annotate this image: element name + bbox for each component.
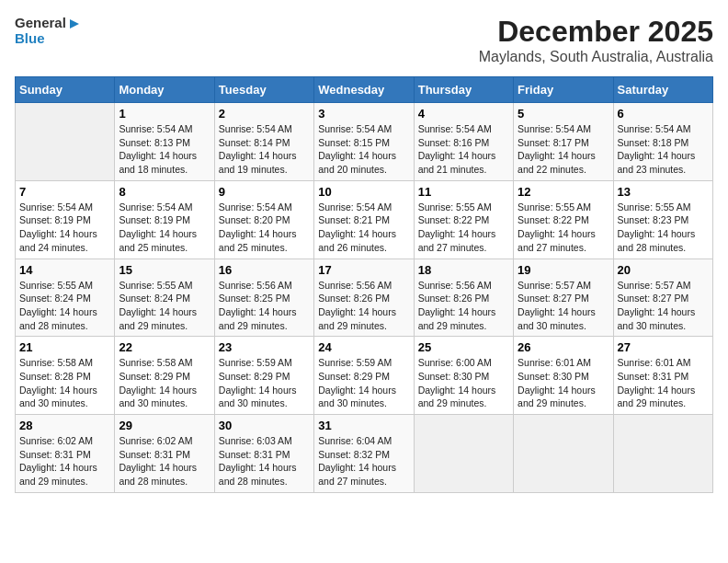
sunrise-text: Sunrise: 5:55 AM: [119, 280, 192, 291]
daylight-text: Daylight: 14 hours and 23 minutes.: [618, 150, 696, 175]
sunrise-text: Sunrise: 5:59 AM: [318, 357, 392, 368]
daylight-text: Daylight: 14 hours and 29 minutes.: [19, 462, 97, 487]
day-info: Sunrise: 5:54 AMSunset: 8:18 PMDaylight:…: [618, 122, 709, 177]
calendar-cell: 14Sunrise: 5:55 AMSunset: 8:24 PMDayligh…: [16, 259, 115, 337]
daylight-text: Daylight: 14 hours and 21 minutes.: [418, 150, 496, 175]
day-info: Sunrise: 5:54 AMSunset: 8:16 PMDaylight:…: [418, 122, 509, 177]
daylight-text: Daylight: 14 hours and 28 minutes.: [119, 462, 197, 487]
day-number: 24: [318, 340, 409, 354]
day-number: 28: [19, 419, 110, 432]
sunrise-text: Sunrise: 6:02 AM: [19, 435, 93, 446]
day-info: Sunrise: 5:54 AMSunset: 8:14 PMDaylight:…: [219, 122, 310, 177]
calendar-cell: 22Sunrise: 5:58 AMSunset: 8:29 PMDayligh…: [115, 337, 214, 415]
sunset-text: Sunset: 8:20 PM: [219, 214, 290, 225]
calendar-cell: 8Sunrise: 5:54 AMSunset: 8:19 PMDaylight…: [115, 180, 214, 259]
daylight-text: Daylight: 14 hours and 25 minutes.: [219, 228, 297, 253]
daylight-text: Daylight: 14 hours and 30 minutes.: [219, 385, 297, 409]
day-number: 14: [19, 263, 110, 277]
calendar-cell: 13Sunrise: 5:55 AMSunset: 8:23 PMDayligh…: [613, 180, 712, 259]
day-number: 11: [418, 185, 509, 199]
calendar-cell: 19Sunrise: 5:57 AMSunset: 8:27 PMDayligh…: [514, 259, 613, 337]
day-info: Sunrise: 5:55 AMSunset: 8:24 PMDaylight:…: [119, 279, 210, 333]
day-number: 8: [119, 185, 210, 199]
day-number: 10: [318, 185, 409, 199]
daylight-text: Daylight: 14 hours and 29 minutes.: [318, 306, 396, 331]
sunrise-text: Sunrise: 5:54 AM: [518, 123, 591, 134]
sunset-text: Sunset: 8:27 PM: [618, 293, 689, 304]
day-number: 15: [119, 263, 210, 277]
day-info: Sunrise: 5:54 AMSunset: 8:13 PMDaylight:…: [119, 122, 210, 177]
calendar-cell: 27Sunrise: 6:01 AMSunset: 8:31 PMDayligh…: [613, 337, 712, 415]
day-number: 25: [418, 340, 509, 354]
sunrise-text: Sunrise: 6:01 AM: [618, 357, 691, 368]
day-number: 22: [119, 340, 210, 354]
sunset-text: Sunset: 8:31 PM: [119, 449, 190, 460]
sunset-text: Sunset: 8:31 PM: [19, 449, 91, 460]
day-number: 4: [418, 107, 509, 121]
sunset-text: Sunset: 8:29 PM: [318, 371, 390, 382]
daylight-text: Daylight: 14 hours and 29 minutes.: [518, 385, 596, 409]
sunset-text: Sunset: 8:15 PM: [318, 137, 390, 148]
day-info: Sunrise: 6:01 AMSunset: 8:31 PMDaylight:…: [618, 356, 709, 410]
sunset-text: Sunset: 8:29 PM: [119, 371, 190, 382]
calendar-cell: 2Sunrise: 5:54 AMSunset: 8:14 PMDaylight…: [214, 103, 313, 181]
calendar-cell: 9Sunrise: 5:54 AMSunset: 8:20 PMDaylight…: [214, 180, 313, 259]
calendar-cell: 5Sunrise: 5:54 AMSunset: 8:17 PMDaylight…: [514, 103, 613, 181]
day-number: 21: [19, 340, 110, 354]
sunrise-text: Sunrise: 5:55 AM: [618, 201, 691, 213]
day-info: Sunrise: 6:02 AMSunset: 8:31 PMDaylight:…: [119, 434, 210, 488]
sunrise-text: Sunrise: 6:01 AM: [518, 357, 591, 368]
day-number: 20: [618, 263, 709, 277]
day-number: 26: [518, 340, 609, 354]
sunrise-text: Sunrise: 5:54 AM: [618, 123, 691, 134]
day-info: Sunrise: 5:54 AMSunset: 8:19 PMDaylight:…: [19, 201, 110, 255]
day-info: Sunrise: 5:55 AMSunset: 8:24 PMDaylight:…: [19, 279, 110, 333]
logo-text: General Blue: [15, 15, 79, 47]
sunset-text: Sunset: 8:17 PM: [518, 137, 589, 148]
daylight-text: Daylight: 14 hours and 28 minutes.: [219, 462, 297, 487]
sunset-text: Sunset: 8:31 PM: [618, 371, 689, 382]
calendar-cell: [514, 415, 613, 493]
day-number: 3: [318, 107, 409, 121]
calendar-week-row: 14Sunrise: 5:55 AMSunset: 8:24 PMDayligh…: [16, 259, 713, 337]
daylight-text: Daylight: 14 hours and 19 minutes.: [219, 150, 297, 175]
day-number: 31: [318, 419, 409, 432]
day-number: 27: [618, 340, 709, 354]
daylight-text: Daylight: 14 hours and 30 minutes.: [119, 385, 197, 409]
calendar-subtitle: Maylands, South Australia, Australia: [479, 49, 713, 65]
day-info: Sunrise: 5:54 AMSunset: 8:20 PMDaylight:…: [219, 201, 310, 255]
sunrise-text: Sunrise: 5:57 AM: [518, 280, 591, 291]
sunrise-text: Sunrise: 5:59 AM: [219, 357, 292, 368]
sunset-text: Sunset: 8:24 PM: [119, 293, 190, 304]
calendar-cell: 12Sunrise: 5:55 AMSunset: 8:22 PMDayligh…: [514, 180, 613, 259]
day-info: Sunrise: 5:55 AMSunset: 8:22 PMDaylight:…: [418, 201, 509, 255]
day-number: 17: [318, 263, 409, 277]
calendar-cell: 25Sunrise: 6:00 AMSunset: 8:30 PMDayligh…: [414, 337, 513, 415]
calendar-cell: 17Sunrise: 5:56 AMSunset: 8:26 PMDayligh…: [314, 259, 414, 337]
sunset-text: Sunset: 8:26 PM: [418, 293, 490, 304]
day-info: Sunrise: 5:56 AMSunset: 8:26 PMDaylight:…: [418, 279, 509, 333]
day-info: Sunrise: 5:57 AMSunset: 8:27 PMDaylight:…: [618, 279, 709, 333]
daylight-text: Daylight: 14 hours and 30 minutes.: [618, 306, 696, 331]
day-number: 6: [618, 107, 709, 121]
day-info: Sunrise: 5:58 AMSunset: 8:29 PMDaylight:…: [119, 356, 210, 410]
sunrise-text: Sunrise: 5:56 AM: [219, 280, 292, 291]
sunrise-text: Sunrise: 5:58 AM: [119, 357, 192, 368]
sunrise-text: Sunrise: 5:55 AM: [418, 201, 492, 213]
day-number: 2: [219, 107, 310, 121]
sunrise-text: Sunrise: 5:54 AM: [418, 123, 492, 134]
day-number: 12: [518, 185, 609, 199]
sunrise-text: Sunrise: 6:02 AM: [119, 435, 192, 446]
calendar-cell: 31Sunrise: 6:04 AMSunset: 8:32 PMDayligh…: [314, 415, 414, 493]
sunrise-text: Sunrise: 5:58 AM: [19, 357, 93, 368]
daylight-text: Daylight: 14 hours and 29 minutes.: [219, 306, 297, 331]
calendar-cell: 20Sunrise: 5:57 AMSunset: 8:27 PMDayligh…: [613, 259, 712, 337]
calendar-cell: 4Sunrise: 5:54 AMSunset: 8:16 PMDaylight…: [414, 103, 513, 181]
page-header: General Blue December 2025 Maylands, Sou…: [15, 15, 713, 65]
calendar-week-row: 1Sunrise: 5:54 AMSunset: 8:13 PMDaylight…: [16, 103, 713, 181]
day-number: 9: [219, 185, 310, 199]
sunset-text: Sunset: 8:23 PM: [618, 214, 689, 225]
day-info: Sunrise: 5:54 AMSunset: 8:15 PMDaylight:…: [318, 122, 409, 177]
daylight-text: Daylight: 14 hours and 29 minutes.: [119, 306, 197, 331]
daylight-text: Daylight: 14 hours and 29 minutes.: [418, 385, 496, 409]
